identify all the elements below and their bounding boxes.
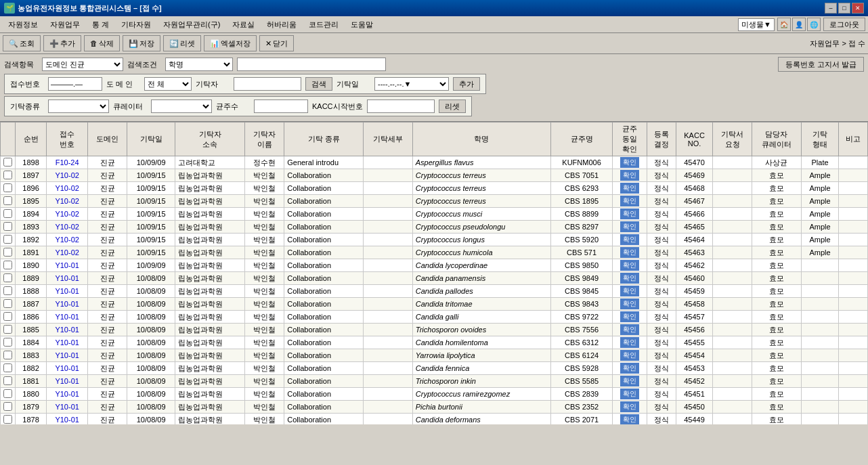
col-curator[interactable]: 담당자큐레이터 xyxy=(752,123,802,156)
row-checkbox[interactable] xyxy=(3,338,12,347)
cell-confirm[interactable]: 확인 xyxy=(613,324,647,336)
col-acc-no[interactable]: 접수번호 xyxy=(47,123,88,156)
row-checkbox[interactable] xyxy=(3,389,12,398)
menu-item-resource-work[interactable]: 자원업무 xyxy=(45,18,85,31)
add-button[interactable]: ➕ 추가 xyxy=(43,35,81,51)
menu-item-resource-mgmt[interactable]: 자원업무관리(구) xyxy=(158,18,225,31)
confirm-button[interactable]: 확인 xyxy=(620,221,639,232)
kacc-input[interactable] xyxy=(367,99,435,113)
category-dropdown[interactable]: 미생물▼ xyxy=(738,18,775,31)
table-row[interactable]: 1888Y10-01진균10/08/09립농업과학원박인철Collaborati… xyxy=(1,285,868,298)
menu-item-resource-info[interactable]: 자원정보 xyxy=(3,18,43,31)
excel-save-button[interactable]: 📊 엑셀저장 xyxy=(204,35,257,51)
deposit-date-select[interactable]: ----.--.--.▼ xyxy=(374,77,449,91)
confirm-button[interactable]: 확인 xyxy=(620,247,639,258)
window-controls[interactable]: – □ ✕ xyxy=(825,3,864,14)
table-row[interactable]: 1883Y10-01진균10/08/09립농업과학원박인철Collaborati… xyxy=(1,349,868,362)
menu-item-herbarium[interactable]: 허바리움 xyxy=(261,18,302,31)
count-input[interactable] xyxy=(254,99,308,113)
cell-confirm[interactable]: 확인 xyxy=(613,349,647,362)
row-checkbox-cell[interactable] xyxy=(1,401,16,414)
row-checkbox[interactable] xyxy=(3,261,12,269)
row-checkbox-cell[interactable] xyxy=(1,156,16,169)
menu-item-help[interactable]: 도움말 xyxy=(345,18,378,31)
home-icon[interactable]: 🏠 xyxy=(777,18,791,31)
col-strain[interactable]: 균주명 xyxy=(550,123,612,156)
type-select[interactable] xyxy=(48,99,109,113)
cell-confirm[interactable]: 확인 xyxy=(613,336,647,349)
cell-confirm[interactable]: 확인 xyxy=(613,234,647,246)
confirm-button[interactable]: 확인 xyxy=(620,170,639,181)
table-row[interactable]: 1880Y10-01진균10/08/09립농업과학원박인철Collaborati… xyxy=(1,388,868,401)
col-domain[interactable]: 도메인 xyxy=(88,123,127,156)
cell-confirm[interactable]: 확인 xyxy=(613,272,647,285)
col-reg[interactable]: 등록결정 xyxy=(647,123,676,156)
cell-confirm[interactable]: 확인 xyxy=(613,285,647,298)
col-note[interactable]: 비고 xyxy=(839,123,868,156)
row-checkbox[interactable] xyxy=(3,376,12,385)
row-checkbox[interactable] xyxy=(3,158,12,167)
search-cond-select[interactable]: 학명 xyxy=(165,58,233,71)
col-confirm[interactable]: 균주동일확인 xyxy=(613,123,647,156)
confirm-button[interactable]: 확인 xyxy=(620,298,639,309)
search-item-select[interactable]: 도메인 진균 xyxy=(42,58,123,71)
confirm-button[interactable]: 확인 xyxy=(620,183,639,194)
col-kacc[interactable]: KACCNO. xyxy=(676,123,712,156)
table-row[interactable]: 1897Y10-02진균10/09/15립농업과학원박인철Collaborati… xyxy=(1,169,868,182)
add-date-button[interactable]: 추가 xyxy=(453,77,480,91)
menu-item-other-resource[interactable]: 기타자원 xyxy=(116,18,156,31)
maximize-button[interactable]: □ xyxy=(838,3,850,14)
globe-icon[interactable]: 🌐 xyxy=(807,18,821,31)
table-row[interactable]: 1892Y10-02진균10/09/15립농업과학원박인철Collaborati… xyxy=(1,234,868,246)
cell-confirm[interactable]: 확인 xyxy=(613,221,647,234)
row-checkbox[interactable] xyxy=(3,171,12,179)
close-button[interactable]: ✕ xyxy=(852,3,864,14)
col-seq[interactable]: 순번 xyxy=(16,123,47,156)
cell-confirm[interactable]: 확인 xyxy=(613,362,647,375)
col-deposit-date[interactable]: 기탁일 xyxy=(127,123,175,156)
confirm-button[interactable]: 확인 xyxy=(620,363,639,374)
row-checkbox[interactable] xyxy=(3,209,12,218)
row-checkbox[interactable] xyxy=(3,183,12,192)
confirm-button[interactable]: 확인 xyxy=(620,260,639,271)
row-checkbox[interactable] xyxy=(3,196,12,205)
col-org[interactable]: 기탁자소속 xyxy=(175,123,245,156)
row-checkbox-cell[interactable] xyxy=(1,414,16,425)
table-row[interactable]: 1898F10-24진균10/09/09고려대학교정수현General intr… xyxy=(1,156,868,169)
row-checkbox[interactable] xyxy=(3,235,12,244)
cell-confirm[interactable]: 확인 xyxy=(613,169,647,182)
row-checkbox[interactable] xyxy=(3,415,12,424)
confirm-button[interactable]: 확인 xyxy=(620,234,639,245)
table-row[interactable]: 1893Y10-02진균10/09/15립농업과학원박인철Collaborati… xyxy=(1,221,868,234)
logout-button[interactable]: 로그아웃 xyxy=(823,18,865,31)
cell-confirm[interactable]: 확인 xyxy=(613,246,647,259)
row-checkbox[interactable] xyxy=(3,286,12,295)
col-type[interactable]: 기탁 종류 xyxy=(284,123,364,156)
col-name[interactable]: 기탁자이름 xyxy=(245,123,284,156)
row-checkbox-cell[interactable] xyxy=(1,388,16,401)
row-checkbox-cell[interactable] xyxy=(1,285,16,298)
col-req-doc[interactable]: 기탁서요청 xyxy=(713,123,752,156)
table-row[interactable]: 1894Y10-02진균10/09/15립농업과학원박인철Collaborati… xyxy=(1,208,868,221)
row-checkbox-cell[interactable] xyxy=(1,234,16,246)
row-checkbox-cell[interactable] xyxy=(1,298,16,311)
row-checkbox-cell[interactable] xyxy=(1,272,16,285)
table-row[interactable]: 1879Y10-01진균10/08/09립농업과학원박인철Collaborati… xyxy=(1,401,868,414)
row-checkbox-cell[interactable] xyxy=(1,336,16,349)
row-checkbox-cell[interactable] xyxy=(1,259,16,272)
confirm-button[interactable]: 확인 xyxy=(620,337,639,348)
row-checkbox-cell[interactable] xyxy=(1,311,16,324)
cell-confirm[interactable]: 확인 xyxy=(613,375,647,388)
menu-item-library[interactable]: 자료실 xyxy=(227,18,260,31)
row-checkbox[interactable] xyxy=(3,222,12,231)
cell-confirm[interactable]: 확인 xyxy=(613,414,647,425)
row-checkbox-cell[interactable] xyxy=(1,349,16,362)
row-checkbox-cell[interactable] xyxy=(1,195,16,208)
col-form[interactable]: 기탁형태 xyxy=(801,123,838,156)
row-checkbox-cell[interactable] xyxy=(1,324,16,336)
reg-notice-button[interactable]: 등록번호 고지서 발급 xyxy=(778,57,864,72)
reset-search-button[interactable]: 리셋 xyxy=(439,99,466,113)
confirm-button[interactable]: 확인 xyxy=(620,350,639,361)
delete-button[interactable]: 🗑 삭제 xyxy=(84,35,120,51)
table-row[interactable]: 1889Y10-01진균10/08/09립농업과학원박인철Collaborati… xyxy=(1,272,868,285)
